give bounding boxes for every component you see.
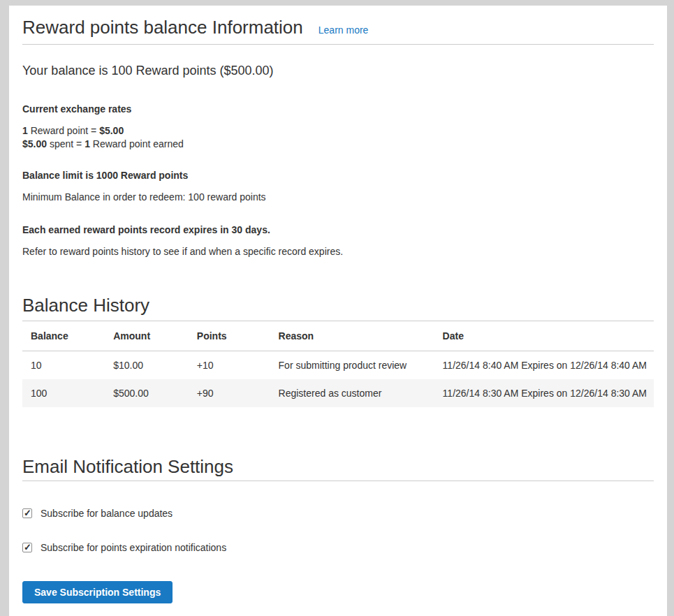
email-notification-settings-title: Email Notification Settings — [22, 455, 654, 478]
email-settings-divider — [22, 481, 654, 481]
exchange-points-value: 1 — [22, 125, 28, 136]
exchange-currency-value: $5.00 — [99, 125, 124, 136]
learn-more-link[interactable]: Learn more — [318, 24, 369, 36]
exchange-rates-heading: Current exchange rates — [22, 103, 654, 115]
column-header-balance: Balance — [22, 321, 105, 351]
column-header-amount: Amount — [105, 321, 189, 351]
exchange-line-text: Reward point earned — [90, 138, 184, 149]
reward-points-panel: Reward points balance Information Learn … — [9, 6, 667, 616]
exchange-points-value: 1 — [85, 138, 90, 149]
cell-points: +10 — [189, 351, 270, 380]
cell-points: +90 — [189, 379, 270, 407]
exchange-rates: 1 Reward point = $5.00 $5.00 spent = 1 R… — [22, 124, 654, 151]
save-subscription-settings-button[interactable]: Save Subscription Settings — [22, 581, 173, 603]
subscribe-expiration-notifications-row: Subscribe for points expiration notifica… — [22, 542, 654, 553]
page-title: Reward points balance Information — [22, 15, 303, 39]
column-header-points: Points — [189, 321, 270, 351]
column-header-date: Date — [434, 321, 654, 351]
table-row: 10 $10.00 +10 For submitting product rev… — [22, 351, 654, 380]
cell-balance: 100 — [22, 379, 105, 407]
column-header-reason: Reason — [270, 321, 434, 351]
minimum-balance-text: Minimum Balance in order to redeem: 100 … — [22, 191, 654, 203]
balance-limit-text: Balance limit is 1000 Reward points — [22, 170, 654, 181]
balance-history-title: Balance History — [22, 293, 654, 317]
table-header-row: Balance Amount Points Reason Date — [22, 321, 654, 351]
balance-summary: Your balance is 100 Reward points ($500.… — [22, 64, 654, 77]
exchange-currency-value: $5.00 — [22, 138, 47, 149]
subscribe-balance-updates-label[interactable]: Subscribe for balance updates — [41, 508, 173, 519]
cell-balance: 10 — [22, 351, 105, 380]
exchange-rate-line-2: $5.00 spent = 1 Reward point earned — [22, 138, 654, 151]
cell-date: 11/26/14 8:40 AM Expires on 12/26/14 8:4… — [434, 351, 654, 380]
exchange-line-text: spent = — [47, 138, 85, 149]
expiration-note: Refer to reward points history to see if… — [22, 246, 654, 257]
subscribe-expiration-notifications-label[interactable]: Subscribe for points expiration notifica… — [41, 542, 226, 553]
subscribe-balance-updates-checkbox[interactable] — [22, 508, 32, 518]
table-row: 100 $500.00 +90 Registered as customer 1… — [22, 379, 654, 407]
subscribe-expiration-notifications-checkbox[interactable] — [22, 543, 32, 552]
subscribe-balance-updates-row: Subscribe for balance updates — [22, 508, 654, 519]
cell-reason: For submitting product review — [270, 351, 434, 380]
page-header: Reward points balance Information Learn … — [22, 15, 654, 39]
header-divider — [22, 44, 654, 45]
cell-amount: $10.00 — [105, 351, 189, 380]
cell-reason: Registered as customer — [270, 379, 434, 407]
cell-amount: $500.00 — [105, 379, 189, 407]
cell-date: 11/26/14 8:30 AM Expires on 12/26/14 8:3… — [434, 379, 654, 407]
balance-history-table: Balance Amount Points Reason Date 10 $10… — [22, 321, 654, 407]
expiration-heading: Each earned reward points record expires… — [22, 224, 654, 235]
exchange-rate-line-1: 1 Reward point = $5.00 — [22, 124, 654, 138]
exchange-line-text: Reward point = — [28, 125, 99, 136]
